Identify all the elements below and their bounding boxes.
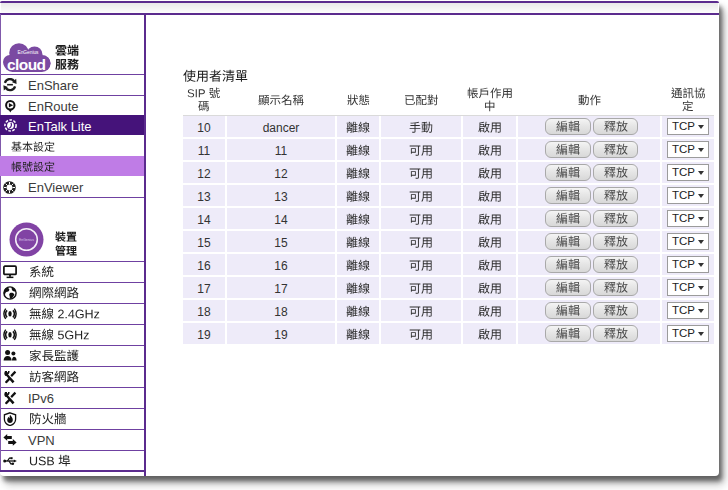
svg-text:EnGenius: EnGenius [19,238,34,242]
svg-text:EnGenius: EnGenius [17,50,39,55]
svg-text:cloud: cloud [7,56,46,73]
